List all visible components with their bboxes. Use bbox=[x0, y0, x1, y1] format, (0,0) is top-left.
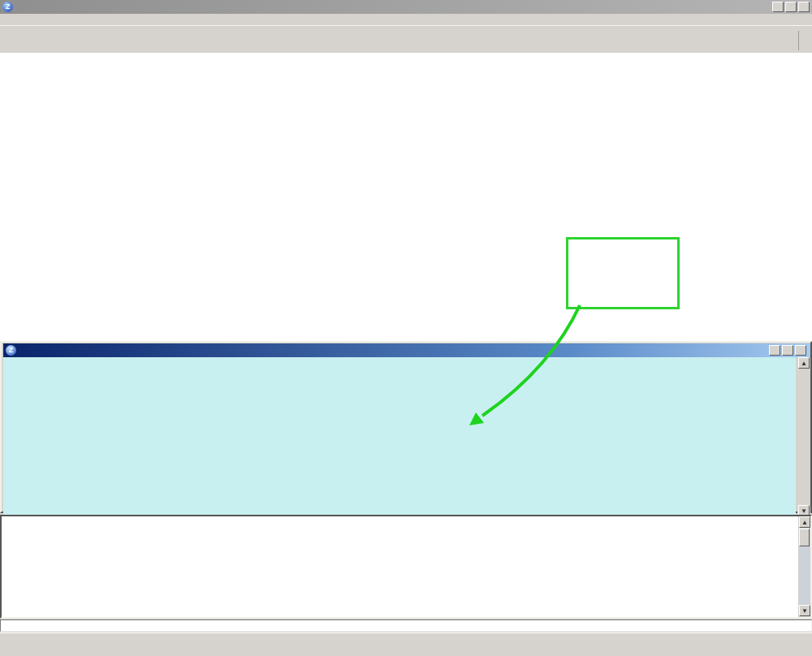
maximize-button[interactable] bbox=[785, 2, 797, 12]
annotation-note-box bbox=[566, 237, 680, 309]
text-vertical-scrollbar[interactable]: ▲ ▼ bbox=[798, 516, 810, 617]
toolbar-overflow-chevron[interactable] bbox=[798, 31, 803, 50]
transit-maximize-button[interactable] bbox=[782, 345, 793, 356]
close-button[interactable] bbox=[798, 2, 810, 12]
menu-bar bbox=[0, 14, 812, 25]
zet-application-window: { "window": { "title": "ZET 9.2.16 Lite … bbox=[0, 0, 812, 656]
transit-close-button[interactable] bbox=[795, 345, 806, 356]
scroll-down-button[interactable]: ▼ bbox=[799, 605, 810, 616]
interpretation-text-panel[interactable]: ▲ ▼ bbox=[0, 515, 812, 619]
scroll-up-button[interactable]: ▲ bbox=[799, 516, 810, 528]
grid-vertical-scrollbar[interactable]: ▲ ▼ bbox=[797, 357, 810, 517]
transit-timeline-grid[interactable] bbox=[3, 357, 796, 517]
status-bar bbox=[0, 632, 812, 656]
app-icon: Z bbox=[2, 2, 13, 12]
chart-workspace bbox=[0, 53, 812, 341]
transit-window-icon: Z bbox=[6, 345, 16, 356]
transit-window-title-bar[interactable]: Z bbox=[3, 343, 810, 357]
transit-minimize-button[interactable] bbox=[769, 345, 780, 356]
transit-range-status-line bbox=[0, 619, 812, 632]
scrollbar-thumb[interactable] bbox=[799, 529, 810, 546]
transit-aspects-window: Z ▲ ▼ bbox=[0, 341, 812, 513]
main-title-bar[interactable]: Z bbox=[0, 0, 812, 14]
toolbar bbox=[0, 25, 812, 54]
minimize-button[interactable] bbox=[772, 2, 784, 12]
scroll-up-button[interactable]: ▲ bbox=[798, 357, 810, 369]
